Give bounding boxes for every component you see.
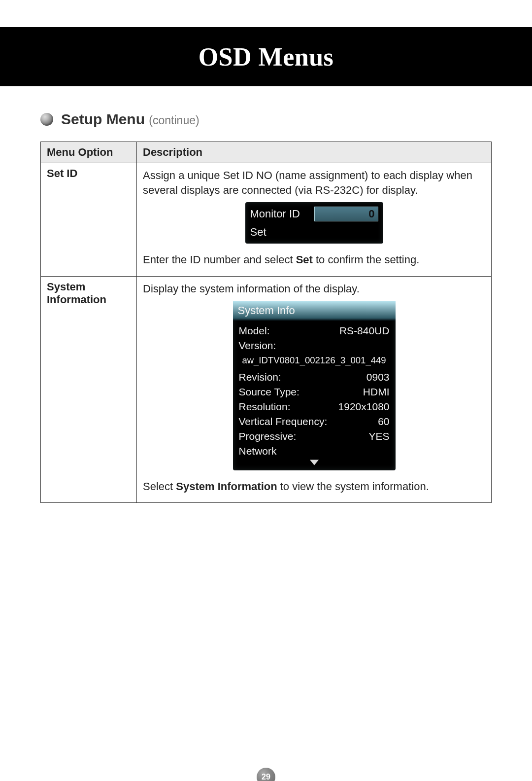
source-type-label: Source Type: (239, 386, 299, 398)
bullet-icon (40, 113, 53, 126)
setid-desc-after: Enter the ID number and select Set to co… (143, 252, 485, 267)
sysinfo-title: System Info (233, 301, 396, 320)
th-option: Menu Option (41, 142, 137, 163)
sysinfo-desc-before: Display the system information of the di… (143, 282, 485, 296)
network-label: Network (239, 445, 277, 457)
th-description: Description (137, 142, 492, 163)
header-band: OSD Menus (0, 27, 532, 86)
source-type-value: HDMI (363, 386, 390, 398)
model-value: RS-840UD (339, 325, 390, 337)
chevron-down-icon[interactable] (239, 459, 390, 465)
version-label: Version: (239, 340, 276, 352)
table-row: Set ID Assign a unique Set ID NO (name a… (41, 163, 492, 277)
svg-marker-0 (310, 460, 319, 465)
resolution-label: Resolution: (239, 401, 291, 413)
sysinfo-desc-after: Select System Information to view the sy… (143, 479, 485, 494)
section-title-suffix: (continue) (149, 114, 199, 127)
progressive-label: Progressive: (239, 430, 297, 442)
option-name-sysinfo: System Information (41, 277, 137, 503)
monitor-id-label: Monitor ID (250, 208, 300, 220)
version-value: aw_IDTV0801_002126_3_001_449 (239, 353, 390, 370)
option-name-setid: Set ID (41, 163, 137, 277)
setid-desc-before: Assign a unique Set ID NO (name assignme… (143, 168, 485, 197)
revision-value: 0903 (366, 371, 390, 383)
resolution-value: 1920x1080 (338, 401, 390, 413)
monitor-id-value[interactable]: 0 (314, 207, 378, 221)
model-label: Model: (239, 325, 270, 337)
table-row: System Information Display the system in… (41, 277, 492, 503)
monitor-set-button[interactable]: Set (250, 223, 378, 239)
page-header-title: OSD Menus (199, 42, 334, 71)
vfreq-label: Vertical Frequency: (239, 416, 328, 427)
revision-label: Revision: (239, 371, 281, 383)
page-number-badge: 29 (257, 768, 275, 781)
osd-system-info-panel: System Info Model: RS-840UD Version: (233, 301, 396, 470)
progressive-value: YES (368, 430, 389, 442)
options-table: Menu Option Description Set ID Assign a … (40, 142, 492, 503)
vfreq-value: 60 (378, 416, 389, 427)
section-title-main: Setup Menu (61, 111, 145, 127)
osd-monitor-id-panel: Monitor ID 0 Set (245, 202, 383, 244)
section-heading: Setup Menu (continue) (40, 111, 492, 128)
